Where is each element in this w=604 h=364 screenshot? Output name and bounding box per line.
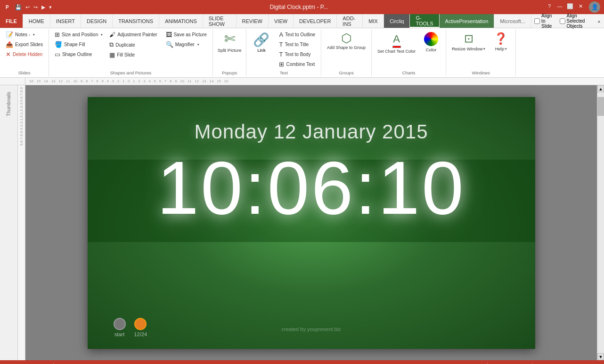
slide-date: Monday 12 January 2015 — [88, 121, 535, 143]
text-group-title: Text — [246, 70, 321, 75]
close-btn[interactable]: ✕ — [576, 1, 585, 11]
quick-access-toolbar: 💾 ↩ ↪ ▶ ▾ — [14, 3, 53, 11]
qat-more-btn[interactable]: ▾ — [48, 3, 53, 11]
adjustment-painter-button[interactable]: 🖌 Adjustment Painter — [106, 30, 160, 39]
save-picture-icon: 🖼 — [166, 31, 172, 38]
thumbnails-panel: Thumbnails — [0, 85, 18, 360]
maximize-btn[interactable]: ⬜ — [565, 1, 575, 11]
chart-color-label: Set Chart Text Color — [377, 49, 416, 54]
split-picture-icon: ✄ — [224, 32, 235, 47]
help-icon: ❓ — [494, 32, 508, 45]
counter-control: 12/24 — [134, 318, 147, 337]
play-btn[interactable]: ▶ — [40, 3, 47, 11]
user-avatar[interactable]: 👤 — [589, 1, 600, 13]
combine-text-button[interactable]: ⊞ Combine Text — [276, 60, 318, 69]
slide-time-container: 10:06:10 — [88, 150, 535, 226]
scroll-thumb[interactable] — [597, 97, 604, 116]
add-shape-group-button[interactable]: ⬡ Add Shape to Group — [324, 30, 368, 52]
fill-slide-button[interactable]: ▦ Fill Slide — [106, 50, 160, 59]
text-body-icon: T — [279, 51, 283, 58]
tab-developer[interactable]: DEVELOPER — [294, 14, 337, 28]
magnifier-icon: 🔍 — [166, 41, 173, 48]
tab-insert[interactable]: INSERT — [50, 14, 81, 28]
shape-outline-button[interactable]: ▭ Shape Outline — [52, 50, 106, 59]
fill-slide-icon: ▦ — [109, 51, 115, 58]
align-selected-checkbox[interactable] — [560, 18, 565, 24]
text-to-title-button[interactable]: T Text to Title — [276, 40, 318, 49]
ribbon-collapse-btn[interactable]: ▲ — [597, 19, 601, 24]
tab-view[interactable]: VIEW — [269, 14, 294, 28]
text-to-body-button[interactable]: T Text to Body — [276, 50, 318, 59]
scroll-up-btn[interactable]: ▲ — [597, 85, 604, 92]
undo-btn[interactable]: ↩ — [24, 3, 31, 11]
color-button[interactable]: Color — [419, 30, 443, 54]
split-picture-button[interactable]: ✄ Split Picture — [216, 30, 244, 55]
link-button[interactable]: 🔗 Link — [249, 30, 273, 55]
align-selected-label: Align Selected Objects — [560, 13, 594, 29]
save-btn[interactable]: 💾 — [14, 3, 23, 11]
size-dropdown-arrow: ▾ — [101, 33, 103, 37]
ribbon: FILE HOME INSERT DESIGN TRANSITIONS ANIM… — [0, 14, 604, 78]
help-window-btn[interactable]: ? — [545, 1, 554, 11]
ppt-icon: P — [4, 4, 11, 11]
slide-controls: start 12/24 — [114, 318, 147, 337]
magnifier-button[interactable]: 🔍 Magnifier ▾ — [163, 40, 210, 49]
scroll-down-btn[interactable]: ▼ — [597, 353, 604, 360]
redo-btn[interactable]: ↪ — [32, 3, 39, 11]
tab-activepres[interactable]: ActivePresentation — [440, 14, 495, 28]
tab-design[interactable]: DESIGN — [81, 14, 113, 28]
slide-credit: created by youpresent.biz — [282, 326, 341, 332]
help-button[interactable]: ❓ Help ▾ — [489, 30, 513, 53]
text-to-outline-button[interactable]: A Text to Outline — [276, 30, 318, 39]
charts-group-content: A Set Chart Text Color Color — [375, 30, 443, 76]
tab-transitions[interactable]: TRANSITIONS — [113, 14, 159, 28]
tab-addins[interactable]: ADD-INS — [337, 14, 363, 28]
popups-group-content: ✄ Split Picture — [216, 30, 244, 76]
link-icon: 🔗 — [253, 32, 269, 48]
notes-button[interactable]: 📝 Notes - ▾ — [3, 30, 46, 39]
tab-mix[interactable]: MIX — [363, 14, 384, 28]
windows-group-title: Windows — [446, 70, 515, 75]
color-wheel-icon — [424, 32, 438, 46]
resize-label: Resize Window ▾ — [452, 46, 485, 51]
tab-animations[interactable]: ANIMATIONS — [159, 14, 203, 28]
text-group-content: 🔗 Link A Text to Outline T Text to Title… — [249, 30, 318, 76]
tab-circliq[interactable]: Circliq — [384, 14, 410, 28]
scroll-track — [597, 92, 604, 353]
minimize-btn[interactable]: — — [555, 1, 564, 11]
shapes-group-content: ⊞ Size and Position ▾ 🪣 Shape Fill ▭ Sha… — [52, 30, 210, 76]
tab-microsoft[interactable]: Microsoft... — [494, 14, 531, 28]
slides-group-title: Slides — [0, 70, 49, 75]
tab-review[interactable]: REVIEW — [237, 14, 269, 28]
set-chart-color-button[interactable]: A Set Chart Text Color — [375, 30, 418, 56]
duplicate-button[interactable]: ⧉ Duplicate — [106, 40, 160, 49]
size-position-button[interactable]: ⊞ Size and Position ▾ — [52, 30, 106, 39]
counter-circle — [134, 318, 147, 330]
size-icon: ⊞ — [55, 31, 60, 38]
tab-gtools[interactable]: G-TOOLS — [410, 14, 439, 28]
export-slides-button[interactable]: 📤 Export Slides — [3, 40, 46, 49]
save-as-picture-button[interactable]: 🖼 Save as Picture — [163, 30, 210, 39]
ribbon-content: 📝 Notes - ▾ 📤 Export Slides ✕ Delete Hid… — [0, 28, 604, 77]
chart-color-icon: A — [392, 32, 401, 48]
delete-icon: ✕ — [6, 51, 11, 58]
text-title-icon: T — [279, 41, 283, 48]
shape-fill-button[interactable]: 🪣 Shape Fill — [52, 40, 106, 49]
tab-slideshow[interactable]: SLIDE SHOW — [203, 14, 237, 28]
ribbon-group-groups: ⬡ Add Shape to Group Groups — [321, 29, 372, 76]
fill-icon: 🪣 — [55, 41, 62, 48]
tab-file[interactable]: FILE — [0, 14, 23, 28]
add-shape-icon: ⬡ — [341, 32, 352, 44]
tab-home[interactable]: HOME — [23, 14, 50, 28]
windows-group-content: ⊡ Resize Window ▾ ❓ Help ▾ — [449, 30, 513, 76]
window-title: Digital Clock.pptm - P... — [53, 4, 545, 10]
delete-hidden-button[interactable]: ✕ Delete Hidden — [3, 50, 46, 59]
main-area: Thumbnails 9.8.7.6.5.4.3.2.1.0.1.2.3.4.5… — [0, 85, 604, 360]
resize-window-button[interactable]: ⊡ Resize Window ▾ — [449, 30, 488, 53]
ruler-vertical: 9.8.7.6.5.4.3.2.1.0.1.2.3.4.5.6.7.8.9 — [18, 85, 25, 360]
start-control: start — [114, 318, 126, 337]
add-shape-label: Add Shape to Group — [327, 45, 366, 50]
align-to-slide-checkbox[interactable] — [534, 18, 540, 24]
ribbon-tabs: FILE HOME INSERT DESIGN TRANSITIONS ANIM… — [0, 14, 604, 28]
shapes-group-title: Shapes and Pictures — [49, 70, 212, 75]
